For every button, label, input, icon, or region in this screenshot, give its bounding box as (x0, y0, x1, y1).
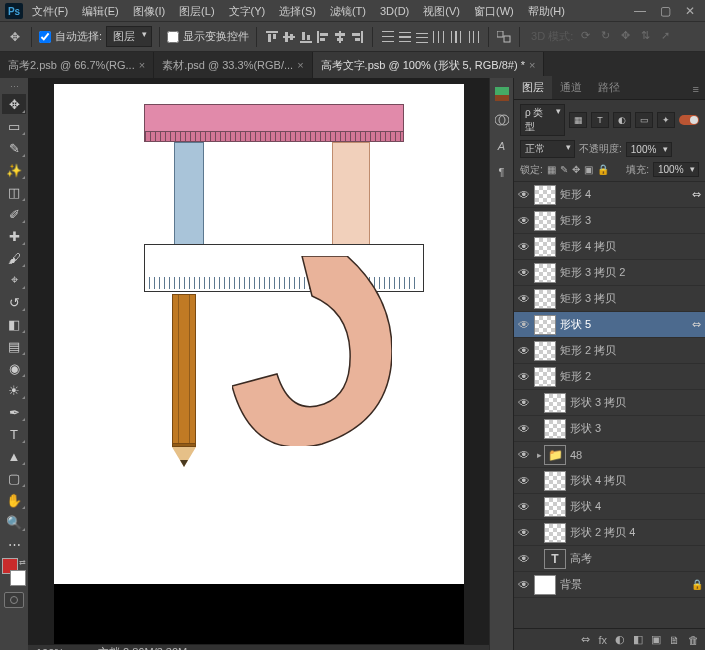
lock-pixels-icon[interactable]: ▦ (547, 164, 556, 175)
menu-window[interactable]: 窗口(W) (468, 1, 520, 21)
background-color[interactable] (10, 570, 26, 586)
visibility-toggle-icon[interactable]: 👁 (514, 578, 534, 592)
edit-toolbar-icon[interactable]: ⋯ (2, 534, 26, 554)
layer-row[interactable]: 👁形状 5⇔ (514, 312, 705, 338)
blend-mode-select[interactable]: 正常 (520, 140, 575, 158)
lock-all-icon[interactable]: 🔒 (597, 164, 609, 175)
layer-row[interactable]: 👁▸48 (514, 442, 705, 468)
folder-icon[interactable] (544, 445, 566, 465)
fill-value[interactable]: 100% (653, 162, 699, 177)
align-bottom-icon[interactable] (298, 29, 314, 45)
layer-name[interactable]: 矩形 2 (560, 369, 705, 384)
mode3d-slide-icon[interactable]: ⇅ (641, 29, 657, 45)
pen-tool-icon[interactable]: ✒ (2, 402, 26, 422)
layer-name[interactable]: 形状 4 (570, 499, 705, 514)
move-tool-thumb-icon[interactable]: ✥ (6, 28, 24, 46)
layer-name[interactable]: 矩形 3 (560, 213, 705, 228)
layer-group-icon[interactable]: ▣ (651, 633, 661, 646)
zoom-tool-icon[interactable]: 🔍 (2, 512, 26, 532)
layer-name[interactable]: 形状 3 拷贝 (570, 395, 705, 410)
color-swatches[interactable]: ⇄ (2, 558, 26, 586)
quick-mask-icon[interactable] (4, 592, 24, 608)
layer-name[interactable]: 高考 (570, 551, 705, 566)
auto-align-icon[interactable] (496, 29, 512, 45)
layer-filter-kind[interactable]: ρ 类型 (520, 104, 565, 136)
layer-row[interactable]: 👁矩形 4⇔ (514, 182, 705, 208)
layer-thumb[interactable]: T (544, 549, 566, 569)
doc-info-arrow-icon[interactable]: ▸ (199, 646, 205, 650)
lock-icon[interactable]: 🔒 (689, 579, 705, 590)
distribute-top-icon[interactable] (380, 29, 396, 45)
document-tab[interactable]: 高考2.psb @ 66.7%(RG... × (0, 52, 154, 78)
tab-channels[interactable]: 通道 (552, 76, 590, 99)
transform-controls-checkbox[interactable]: 显示变换控件 (167, 29, 249, 44)
align-left-icon[interactable] (315, 29, 331, 45)
distribute-hcenter-icon[interactable] (448, 29, 464, 45)
adjustments-panel-icon[interactable] (494, 112, 510, 128)
menu-help[interactable]: 帮助(H) (522, 1, 571, 21)
move-tool-icon[interactable]: ✥ (2, 94, 26, 114)
layer-fx-icon[interactable]: fx (598, 634, 607, 646)
visibility-toggle-icon[interactable]: 👁 (514, 526, 534, 540)
layer-row[interactable]: 👁背景🔒 (514, 572, 705, 598)
link-icon[interactable]: ⇔ (687, 188, 705, 201)
visibility-toggle-icon[interactable]: 👁 (514, 500, 534, 514)
link-layers-icon[interactable]: ⇔ (581, 633, 590, 646)
layer-name[interactable]: 矩形 2 拷贝 (560, 343, 705, 358)
opacity-value[interactable]: 100% (626, 142, 672, 157)
visibility-toggle-icon[interactable]: 👁 (514, 292, 534, 306)
transform-controls-input[interactable] (167, 31, 179, 43)
visibility-toggle-icon[interactable]: 👁 (514, 188, 534, 202)
layer-thumb[interactable] (534, 575, 556, 595)
layer-name[interactable]: 形状 2 拷贝 4 (570, 525, 705, 540)
menu-view[interactable]: 视图(V) (417, 1, 466, 21)
swap-colors-icon[interactable]: ⇄ (19, 558, 26, 567)
layer-thumb[interactable] (544, 523, 566, 543)
new-layer-icon[interactable]: 🗎 (669, 634, 680, 646)
distribute-right-icon[interactable] (465, 29, 481, 45)
dodge-tool-icon[interactable]: ☀ (2, 380, 26, 400)
palette-collapse-icon[interactable]: ⋯ (3, 82, 25, 92)
filter-adjust-icon[interactable]: T (591, 112, 609, 128)
layer-row[interactable]: 👁矩形 2 拷贝 (514, 338, 705, 364)
lock-position-icon[interactable]: ✎ (560, 164, 568, 175)
layer-name[interactable]: 背景 (560, 577, 689, 592)
history-brush-tool-icon[interactable]: ↺ (2, 292, 26, 312)
color-panel-icon[interactable] (494, 86, 510, 102)
healing-brush-tool-icon[interactable]: ✚ (2, 226, 26, 246)
visibility-toggle-icon[interactable]: 👁 (514, 344, 534, 358)
layer-thumb[interactable] (534, 237, 556, 257)
eyedropper-tool-icon[interactable]: ✐ (2, 204, 26, 224)
layer-mask-icon[interactable]: ◐ (615, 633, 625, 646)
layer-name[interactable]: 形状 5 (560, 317, 687, 332)
auto-select-input[interactable] (39, 31, 51, 43)
layer-row[interactable]: 👁矩形 3 (514, 208, 705, 234)
marquee-tool-icon[interactable]: ▭ (2, 116, 26, 136)
distribute-bottom-icon[interactable] (414, 29, 430, 45)
lasso-tool-icon[interactable]: ✎ (2, 138, 26, 158)
lock-artboard-icon[interactable]: ▣ (584, 164, 593, 175)
path-select-tool-icon[interactable]: ▲ (2, 446, 26, 466)
layer-row[interactable]: 👁形状 2 拷贝 4 (514, 520, 705, 546)
menu-3d[interactable]: 3D(D) (374, 1, 415, 21)
menu-edit[interactable]: 编辑(E) (76, 1, 125, 21)
layer-thumb[interactable] (534, 211, 556, 231)
window-maximize-icon[interactable]: ▢ (660, 4, 671, 18)
layer-row[interactable]: 👁形状 4 (514, 494, 705, 520)
doc-info[interactable]: 文档:2.86M/3.30M (98, 645, 187, 650)
filter-toggle[interactable] (679, 115, 699, 125)
layer-thumb[interactable] (534, 315, 556, 335)
filter-smart-icon[interactable]: ✦ (657, 112, 675, 128)
menu-layer[interactable]: 图层(L) (173, 1, 220, 21)
layer-thumb[interactable] (534, 341, 556, 361)
menu-select[interactable]: 选择(S) (273, 1, 322, 21)
layer-name[interactable]: 矩形 3 拷贝 (560, 291, 705, 306)
visibility-toggle-icon[interactable]: 👁 (514, 396, 534, 410)
shape-tool-icon[interactable]: ▢ (2, 468, 26, 488)
visibility-toggle-icon[interactable]: 👁 (514, 448, 534, 462)
visibility-toggle-icon[interactable]: 👁 (514, 422, 534, 436)
align-hcenter-icon[interactable] (332, 29, 348, 45)
crop-tool-icon[interactable]: ◫ (2, 182, 26, 202)
gradient-tool-icon[interactable]: ▤ (2, 336, 26, 356)
menu-image[interactable]: 图像(I) (127, 1, 171, 21)
